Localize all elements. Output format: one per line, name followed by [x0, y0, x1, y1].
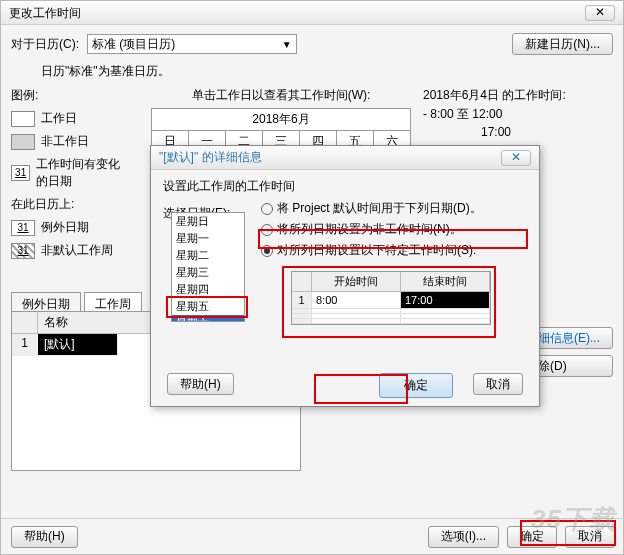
radio-specific[interactable]: 对所列日期设置以下特定工作时间(S): [261, 242, 482, 259]
day-1[interactable]: 星期一 [172, 230, 244, 247]
calendar-area: 单击工作日以查看其工作时间(W): 2018年6月 日 一 二 三 四 五 六 [151, 87, 411, 153]
help-button[interactable]: 帮助(H) [11, 526, 78, 548]
chevron-down-icon: ▼ [282, 39, 292, 50]
options-button[interactable]: 选项(I)... [428, 526, 499, 548]
modal-buttons: 帮助(H) 确定 取消 [151, 373, 539, 398]
legend-exc: 例外日期 [41, 219, 89, 236]
legend-exc-icon: 31 [11, 220, 35, 236]
modal-cancel-button[interactable]: 取消 [473, 373, 523, 395]
radio-icon [261, 224, 273, 236]
day-list[interactable]: 星期日 星期一 星期二 星期三 星期四 星期五 星期六 [171, 212, 245, 322]
base-note: 日历"标准"为基准日历。 [1, 63, 623, 80]
calendar-row: 对于日历(C): 标准 (项目日历) ▼ 新建日历(N)... [1, 25, 623, 63]
time-start[interactable]: 8:00 [312, 292, 401, 309]
details-close-icon[interactable]: ✕ [501, 150, 531, 166]
calendar-month: 2018年6月 [151, 108, 411, 130]
bottom-bar: 帮助(H) 选项(I)... 确定 取消 [1, 518, 624, 554]
modal-help-button[interactable]: 帮助(H) [167, 373, 234, 395]
radio-nonwork[interactable]: 将所列日期设置为非工作时间(N)。 [261, 221, 482, 238]
wt-line2: 17:00 [481, 125, 511, 139]
legend-nonwork-icon [11, 134, 35, 150]
legend-nondef: 非默认工作周 [41, 242, 113, 259]
th-end: 结束时间 [401, 272, 490, 292]
legend-onthis: 在此日历上: [11, 196, 131, 213]
legend-nondef-icon: 31 [11, 243, 35, 259]
time-table[interactable]: 开始时间 结束时间 1 8:00 17:00 [291, 271, 491, 325]
grid-idx: 1 [12, 334, 38, 356]
set-label: 设置此工作周的工作时间 [163, 178, 527, 195]
time-end[interactable]: 17:00 [401, 292, 490, 309]
th-start: 开始时间 [312, 272, 401, 292]
legend-work-icon [11, 111, 35, 127]
day-3[interactable]: 星期三 [172, 264, 244, 281]
close-icon[interactable]: ✕ [585, 5, 615, 21]
legend-work: 工作日 [41, 110, 77, 127]
radio-icon-checked [261, 245, 273, 257]
details-title: "[默认]" 的详细信息 [159, 149, 262, 166]
radio-group: 将 Project 默认时间用于下列日期(D)。 将所列日期设置为非工作时间(N… [261, 196, 482, 263]
wt-line1: - 8:00 至 12:00 [423, 106, 502, 123]
radio-icon [261, 203, 273, 215]
ok-button[interactable]: 确定 [507, 526, 557, 548]
radio-default[interactable]: 将 Project 默认时间用于下列日期(D)。 [261, 200, 482, 217]
day-0[interactable]: 星期日 [172, 213, 244, 230]
details-titlebar: "[默认]" 的详细信息 ✕ [151, 146, 539, 170]
grid-head-idx [12, 312, 38, 333]
day-5[interactable]: 星期五 [172, 298, 244, 315]
legend-edited: 工作时间有变化的日期 [36, 156, 131, 190]
details-dialog: "[默认]" 的详细信息 ✕ 设置此工作周的工作时间 选择日期(E): 星期日 … [150, 145, 540, 407]
day-4[interactable]: 星期四 [172, 281, 244, 298]
th-idx [292, 272, 312, 292]
calendar-hint: 单击工作日以查看其工作时间(W): [151, 87, 411, 104]
legend: 图例: 工作日 非工作日 31工作时间有变化的日期 在此日历上: 31例外日期 … [11, 87, 131, 265]
calendar-value: 标准 (项目日历) [92, 36, 175, 53]
new-calendar-button[interactable]: 新建日历(N)... [512, 33, 613, 55]
modal-ok-button[interactable]: 确定 [379, 373, 453, 398]
cancel-button[interactable]: 取消 [565, 526, 615, 548]
day-6[interactable]: 星期六 [172, 315, 244, 322]
legend-edited-icon: 31 [11, 165, 30, 181]
legend-nonwork: 非工作日 [41, 133, 89, 150]
time-idx: 1 [292, 292, 312, 309]
legend-title: 图例: [11, 87, 131, 104]
wt-title: 2018年6月4日 的工作时间: [423, 87, 613, 104]
day-2[interactable]: 星期二 [172, 247, 244, 264]
main-titlebar: 更改工作时间 ✕ [1, 1, 623, 25]
time-row[interactable]: 1 8:00 17:00 [292, 292, 490, 309]
grid-name: [默认] [38, 334, 118, 356]
main-title-text: 更改工作时间 [9, 1, 81, 25]
calendar-select[interactable]: 标准 (项目日历) ▼ [87, 34, 297, 54]
calendar-label: 对于日历(C): [11, 36, 79, 53]
